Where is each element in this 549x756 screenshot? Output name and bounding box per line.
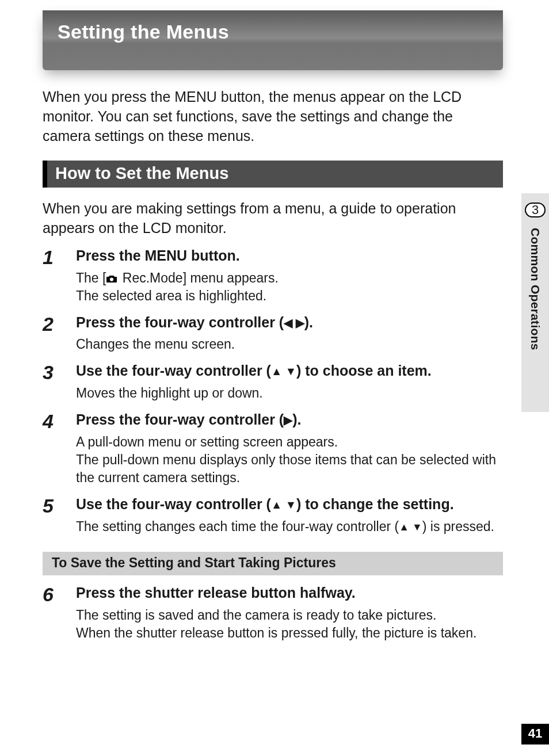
page-content: Setting the Menus When you press the MEN… <box>43 0 503 642</box>
intro-paragraph: When you press the MENU button, the menu… <box>43 87 503 146</box>
step-detail: A pull-down menu or setting screen appea… <box>76 433 503 487</box>
step-number: 2 <box>43 313 76 335</box>
up-down-arrow-icon: ▲ ▼ <box>271 497 296 512</box>
step-detail: Changes the menu screen. <box>76 335 503 353</box>
sub-heading: To Save the Setting and Start Taking Pic… <box>43 552 503 575</box>
step-title: Use the four-way controller (▲ ▼) to cha… <box>76 495 503 514</box>
step-2: 2 Press the four-way controller (◀ ▶). C… <box>43 313 503 354</box>
step-1: 1 Press the MENU button. The [ Rec.Mode]… <box>43 246 503 305</box>
step-4: 4 Press the four-way controller (▶). A p… <box>43 410 503 487</box>
up-down-arrow-icon: ▲ ▼ <box>271 364 296 379</box>
steps-list: 1 Press the MENU button. The [ Rec.Mode]… <box>43 246 503 536</box>
page-number: 41 <box>521 724 549 744</box>
step-3: 3 Use the four-way controller (▲ ▼) to c… <box>43 361 503 402</box>
step-number: 1 <box>43 246 76 268</box>
step-title: Press the four-way controller (◀ ▶). <box>76 313 503 333</box>
up-down-arrow-icon: ▲ ▼ <box>399 520 422 534</box>
step-title: Press the shutter release button halfway… <box>76 583 503 603</box>
page-title: Setting the Menus <box>58 21 488 43</box>
step-number: 4 <box>43 410 76 432</box>
step-number: 6 <box>43 583 76 605</box>
step-number: 3 <box>43 361 76 383</box>
step-detail: The setting is saved and the camera is r… <box>76 606 503 642</box>
side-tab: 3 Common Operations <box>521 193 549 412</box>
step-number: 5 <box>43 495 76 517</box>
step-5: 5 Use the four-way controller (▲ ▼) to c… <box>43 495 503 536</box>
step-detail: Moves the highlight up or down. <box>76 384 503 402</box>
camera-icon <box>106 274 117 283</box>
step-detail: The [ Rec.Mode] menu appears. The select… <box>76 269 503 305</box>
step-6: 6 Press the shutter release button halfw… <box>43 583 503 642</box>
page-title-box: Setting the Menus <box>43 10 503 70</box>
chapter-label: Common Operations <box>528 228 542 350</box>
section-heading: How to Set the Menus <box>43 161 503 188</box>
left-right-arrow-icon: ◀ ▶ <box>284 315 304 330</box>
svg-point-0 <box>111 278 113 280</box>
chapter-number-badge: 3 <box>525 203 546 217</box>
step-title: Press the four-way controller (▶). <box>76 410 503 430</box>
section-intro: When you are making settings from a menu… <box>43 199 503 238</box>
steps-list-2: 6 Press the shutter release button halfw… <box>43 583 503 642</box>
right-arrow-icon: ▶ <box>284 413 292 427</box>
step-title: Press the MENU button. <box>76 246 503 266</box>
step-title: Use the four-way controller (▲ ▼) to cho… <box>76 361 503 381</box>
step-detail: The setting changes each time the four-w… <box>76 518 503 536</box>
